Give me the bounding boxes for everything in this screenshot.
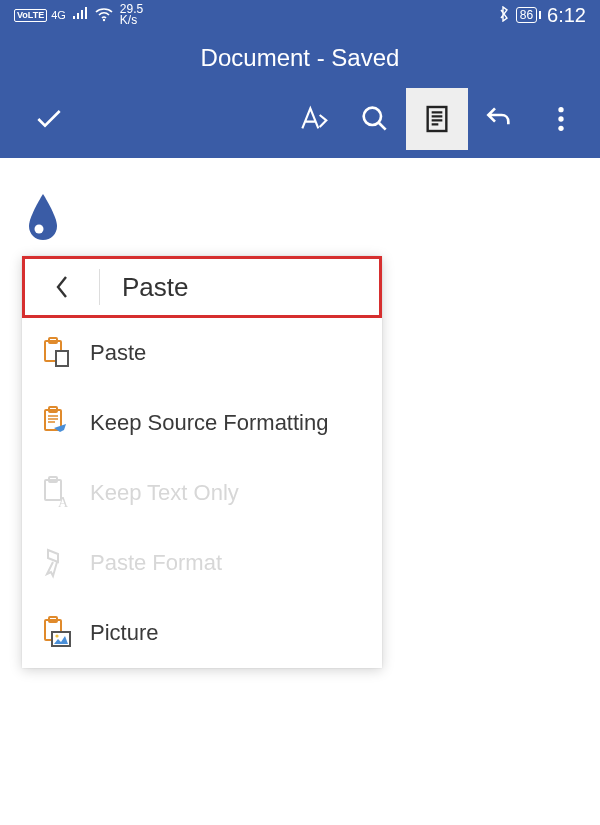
svg-point-18 bbox=[55, 634, 58, 637]
search-button[interactable] bbox=[344, 88, 406, 150]
svg-point-4 bbox=[558, 116, 563, 121]
net-speed: 29.5 K/s bbox=[120, 4, 143, 26]
signal-gen: 4G bbox=[51, 9, 66, 21]
status-left: VoLTE 4G 29.5 K/s bbox=[14, 4, 143, 26]
menu-item-keep-text: A Keep Text Only bbox=[22, 458, 382, 528]
keep-source-icon bbox=[40, 406, 84, 440]
svg-rect-9 bbox=[56, 351, 68, 366]
paste-menu: Paste Paste Keep Source Formatting A Kee… bbox=[22, 256, 382, 668]
volte-badge: VoLTE bbox=[14, 9, 47, 22]
paste-icon bbox=[40, 336, 84, 370]
done-button[interactable] bbox=[18, 88, 80, 150]
menu-item-paste-format: Paste Format bbox=[22, 528, 382, 598]
svg-point-5 bbox=[558, 126, 563, 131]
battery-indicator: 86 bbox=[516, 7, 537, 23]
keep-text-icon: A bbox=[40, 476, 84, 510]
menu-label: Picture bbox=[84, 620, 158, 646]
menu-label: Keep Source Formatting bbox=[84, 410, 328, 436]
menu-item-picture[interactable]: Picture bbox=[22, 598, 382, 668]
svg-point-0 bbox=[103, 18, 105, 20]
paste-menu-header[interactable]: Paste bbox=[22, 256, 382, 318]
svg-point-6 bbox=[35, 225, 44, 234]
more-button[interactable] bbox=[530, 88, 592, 150]
undo-button[interactable] bbox=[468, 88, 530, 150]
svg-point-1 bbox=[364, 108, 381, 125]
toolbar bbox=[0, 72, 600, 150]
battery-cap bbox=[539, 11, 541, 19]
signal-icon bbox=[72, 7, 88, 24]
paste-format-icon bbox=[40, 546, 84, 580]
font-style-button[interactable] bbox=[282, 88, 344, 150]
status-right: 86 6:12 bbox=[498, 4, 586, 27]
menu-item-keep-source[interactable]: Keep Source Formatting bbox=[22, 388, 382, 458]
menu-label: Paste bbox=[84, 340, 146, 366]
reading-view-button[interactable] bbox=[406, 88, 468, 150]
document-area: Paste Paste Keep Source Formatting A Kee… bbox=[0, 158, 600, 668]
svg-text:A: A bbox=[58, 495, 69, 510]
ink-drop-icon bbox=[26, 192, 578, 246]
svg-rect-2 bbox=[428, 107, 447, 131]
wifi-icon bbox=[94, 6, 114, 25]
svg-point-3 bbox=[558, 107, 563, 112]
clock: 6:12 bbox=[547, 4, 586, 27]
menu-label: Keep Text Only bbox=[84, 480, 239, 506]
back-button[interactable] bbox=[25, 274, 99, 300]
menu-label: Paste Format bbox=[84, 550, 222, 576]
status-bar: VoLTE 4G 29.5 K/s 86 6:12 bbox=[0, 0, 600, 30]
document-title: Document - Saved bbox=[0, 30, 600, 72]
app-header: Document - Saved bbox=[0, 30, 600, 158]
picture-icon bbox=[40, 616, 84, 650]
bluetooth-icon bbox=[498, 6, 510, 25]
paste-menu-title: Paste bbox=[100, 272, 189, 303]
menu-item-paste[interactable]: Paste bbox=[22, 318, 382, 388]
